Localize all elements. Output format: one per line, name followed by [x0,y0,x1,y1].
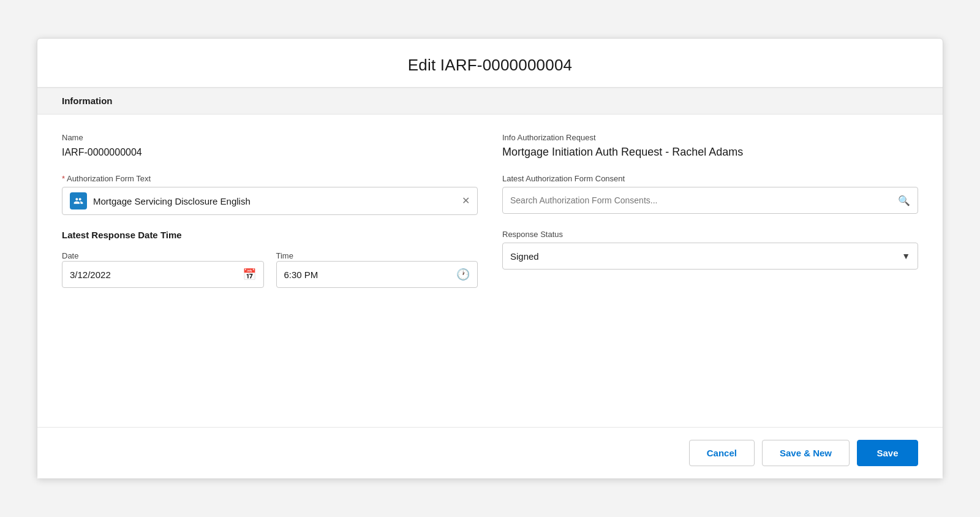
edit-modal: Edit IARF-0000000004 Information Name IA… [37,38,943,479]
auth-form-text-lookup[interactable]: Mortgage Servicing Disclosure English ✕ [62,187,478,215]
search-icon: 🔍 [898,195,910,206]
time-label: Time [276,251,293,260]
lookup-clear-icon[interactable]: ✕ [462,196,470,206]
save-button[interactable]: Save [857,440,918,466]
lookup-icon [70,192,87,209]
time-field: Time 6:30 PM 🕐 [276,250,478,288]
date-value: 3/12/2022 [70,270,238,280]
calendar-icon[interactable]: 📅 [243,268,256,281]
latest-auth-consent-input[interactable] [510,195,893,205]
latest-auth-consent-label: Latest Authorization Form Consent [502,174,918,183]
section-title: Information [62,96,113,106]
cancel-button[interactable]: Cancel [689,440,755,466]
auth-form-text-field: Authorization Form Text Mortgage Servici… [62,174,478,215]
response-status-select[interactable]: Signed ▼ [502,243,918,270]
modal-footer: Cancel Save & New Save [37,427,943,478]
time-input[interactable]: 6:30 PM 🕐 [276,261,478,288]
latest-auth-consent-search[interactable]: 🔍 [502,187,918,214]
form-row-3: Latest Response Date Time Date 3/12/2022… [62,230,918,288]
date-label: Date [62,251,78,260]
modal-header: Edit IARF-0000000004 [37,39,943,88]
save-new-button[interactable]: Save & New [762,440,850,466]
info-auth-request-field: Info Authorization Request Mortgage Init… [502,133,918,159]
time-value: 6:30 PM [284,270,452,280]
clock-icon[interactable]: 🕐 [456,268,470,281]
name-field: Name IARF-0000000004 [62,133,478,159]
info-auth-request-value: Mortgage Initiation Auth Request - Rache… [502,146,918,159]
name-label: Name [62,133,478,142]
latest-auth-consent-field: Latest Authorization Form Consent 🔍 [502,174,918,215]
response-status-label: Response Status [502,230,918,239]
form-body: Name IARF-0000000004 Info Authorization … [37,115,943,427]
form-row-2: Authorization Form Text Mortgage Servici… [62,174,918,215]
date-time-row: Date 3/12/2022 📅 Time 6:30 PM 🕐 [62,250,478,288]
chevron-down-icon: ▼ [902,251,910,261]
name-value: IARF-0000000004 [62,146,478,159]
date-input[interactable]: 3/12/2022 📅 [62,261,264,288]
people-icon [74,196,83,206]
response-status-value: Signed [510,251,902,262]
form-row-1: Name IARF-0000000004 Info Authorization … [62,133,918,159]
latest-response-title: Latest Response Date Time [62,230,478,240]
section-header: Information [37,88,943,115]
auth-form-text-label: Authorization Form Text [62,174,478,183]
date-field: Date 3/12/2022 📅 [62,250,264,288]
latest-response-field: Latest Response Date Time Date 3/12/2022… [62,230,478,288]
info-auth-request-label: Info Authorization Request [502,133,918,142]
auth-form-text-value: Mortgage Servicing Disclosure English [93,196,456,206]
modal-title: Edit IARF-0000000004 [62,56,918,75]
response-status-field: Response Status Signed ▼ [502,230,918,288]
